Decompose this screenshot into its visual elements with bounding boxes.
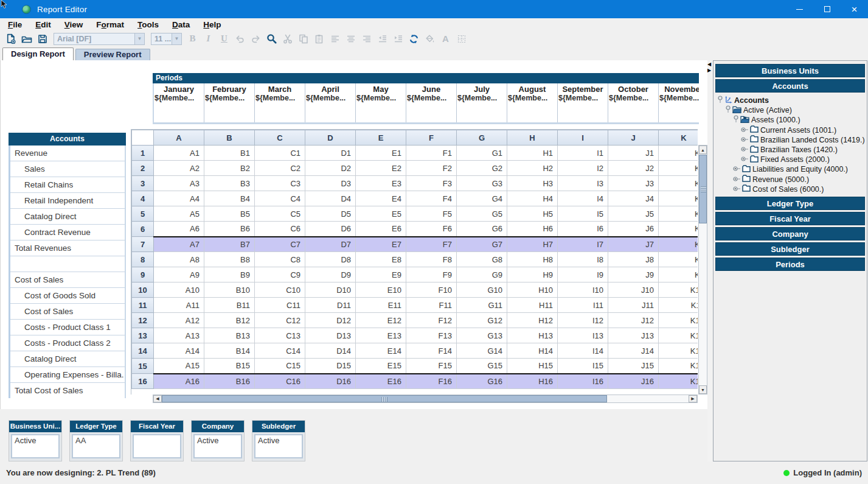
account-row[interactable]: Cost of Goods Sold [10, 288, 125, 304]
grid-cell[interactable]: J13 [608, 328, 659, 343]
grid-cell[interactable]: G6 [457, 222, 507, 237]
grid-cell[interactable]: G15 [457, 359, 507, 374]
grid-cell[interactable]: I15 [558, 359, 608, 374]
grid-cell[interactable]: F16 [406, 374, 457, 389]
grid-cell[interactable]: A16 [154, 374, 204, 389]
horizontal-scroll-thumb[interactable] [162, 395, 607, 402]
open-report-icon[interactable] [19, 32, 34, 46]
menu-view[interactable]: View [58, 20, 90, 29]
period-column-june[interactable]: June${Membe... [406, 83, 457, 122]
font-family-combo[interactable]: Arial [DF]▼ [54, 33, 145, 45]
grid-cell[interactable]: G3 [457, 176, 507, 191]
grid-cell[interactable]: I4 [558, 191, 608, 206]
grid-row-header-2[interactable]: 2 [132, 161, 154, 176]
grid-cell[interactable]: D16 [305, 374, 356, 389]
grid-cell[interactable]: C3 [255, 176, 305, 191]
grid-cell[interactable]: K10 [659, 282, 698, 298]
menu-format[interactable]: Format [89, 20, 131, 29]
undo-icon[interactable] [232, 32, 248, 46]
grid-cell[interactable]: B6 [204, 222, 255, 237]
grid-cell[interactable]: H3 [507, 176, 558, 191]
grid-cell[interactable]: B10 [204, 282, 255, 298]
grid-cell[interactable]: F13 [406, 328, 457, 343]
grid-cell[interactable]: G7 [457, 237, 507, 252]
grid-cell[interactable]: E3 [356, 176, 406, 191]
grid-cell[interactable]: D1 [305, 146, 356, 161]
grid-cell[interactable]: A7 [154, 237, 204, 252]
grid-cell[interactable]: J2 [608, 161, 659, 176]
grid-cell[interactable]: F3 [406, 176, 457, 191]
grid-cell[interactable]: D13 [305, 328, 356, 343]
grid-cell[interactable]: G13 [457, 328, 507, 343]
filter-box-value[interactable]: AA [72, 434, 120, 458]
bold-icon[interactable]: B [185, 32, 200, 46]
copy-icon[interactable] [296, 32, 311, 46]
grid-cell[interactable]: A8 [154, 252, 204, 267]
grid-cell[interactable]: A10 [154, 282, 204, 298]
tree-expanded-handle-icon[interactable] [733, 115, 739, 125]
grid-cell[interactable]: E9 [356, 267, 406, 282]
grid-cell[interactable]: E14 [356, 343, 406, 359]
paste-icon[interactable] [311, 32, 327, 46]
grid-cell[interactable]: A6 [154, 222, 204, 237]
grid-column-header-j[interactable]: J [608, 130, 659, 146]
grid-cell[interactable]: F2 [406, 161, 457, 176]
tree-collapsed-handle-icon[interactable] [733, 185, 741, 194]
grid-cell[interactable]: H10 [507, 282, 558, 298]
grid-horizontal-scrollbar[interactable]: ◀ ▶ [153, 395, 698, 403]
account-row[interactable]: Total Revenues [10, 240, 125, 256]
grid-cell[interactable]: I12 [558, 313, 608, 328]
tree-expanded-handle-icon[interactable] [717, 96, 723, 105]
tree-node[interactable]: Current Assets (1001.) [717, 125, 866, 135]
grid-cell[interactable]: F5 [406, 206, 457, 222]
menu-help[interactable]: Help [196, 20, 227, 29]
grid-cell[interactable]: H14 [507, 343, 558, 359]
tree-node[interactable]: Active (Active) [717, 105, 866, 115]
grid-cell[interactable]: E8 [356, 252, 406, 267]
grid-cell[interactable]: B4 [204, 191, 255, 206]
grid-column-header-g[interactable]: G [457, 130, 507, 146]
grid-cell[interactable]: I5 [558, 206, 608, 222]
section-header-fiscal-year[interactable]: Fiscal Year [715, 212, 865, 225]
grid-cell[interactable]: F4 [406, 191, 457, 206]
tab-preview-report[interactable]: Preview Report [75, 49, 150, 60]
account-row[interactable]: Retail Independent [10, 193, 125, 209]
grid-cell[interactable]: B7 [204, 237, 255, 252]
filter-box-value[interactable]: Active [11, 434, 60, 458]
grid-cell[interactable]: A15 [154, 359, 204, 374]
grid-cell[interactable]: B11 [204, 298, 255, 313]
grid-cell[interactable]: A5 [154, 206, 204, 222]
save-report-icon[interactable] [35, 32, 50, 46]
grid-cell[interactable]: H13 [507, 328, 558, 343]
grid-column-header-a[interactable]: A [154, 130, 204, 146]
grid-cell[interactable]: E12 [356, 313, 406, 328]
grid-cell[interactable]: I3 [558, 176, 608, 191]
account-row[interactable]: Retail Chains [10, 177, 125, 193]
grid-cell[interactable]: K16 [659, 374, 698, 389]
grid-cell[interactable]: C7 [255, 237, 305, 252]
grid-cell[interactable]: A2 [154, 161, 204, 176]
grid-cell[interactable]: C16 [255, 374, 305, 389]
grid-cell[interactable]: H7 [507, 237, 558, 252]
grid-cell[interactable]: C2 [255, 161, 305, 176]
section-header-business-units[interactable]: Business Units [715, 64, 865, 77]
grid-column-header-b[interactable]: B [204, 130, 255, 146]
tree-node[interactable]: Revenue (5000.) [717, 175, 866, 184]
grid-cell[interactable]: J9 [608, 267, 659, 282]
grid-cell[interactable]: K12 [659, 313, 698, 328]
scroll-up-button[interactable]: ▲ [699, 146, 707, 154]
align-right-icon[interactable] [359, 32, 374, 46]
filter-box-title[interactable]: Ledger Type [70, 421, 122, 432]
period-column-august[interactable]: August${Membe... [507, 83, 558, 122]
chevron-down-icon[interactable]: ▼ [172, 33, 181, 44]
grid-cell[interactable]: F9 [406, 267, 457, 282]
align-left-icon[interactable] [327, 32, 342, 46]
grid-cell[interactable]: G16 [457, 374, 507, 389]
grid-row-header-10[interactable]: 10 [132, 282, 154, 298]
grid-cell[interactable]: B5 [204, 206, 255, 222]
grid-cell[interactable]: G1 [457, 146, 507, 161]
grid-cell[interactable]: H2 [507, 161, 558, 176]
new-document-icon[interactable] [3, 32, 18, 46]
period-column-july[interactable]: July${Membe... [457, 83, 507, 122]
grid-cell[interactable]: E6 [356, 222, 406, 237]
